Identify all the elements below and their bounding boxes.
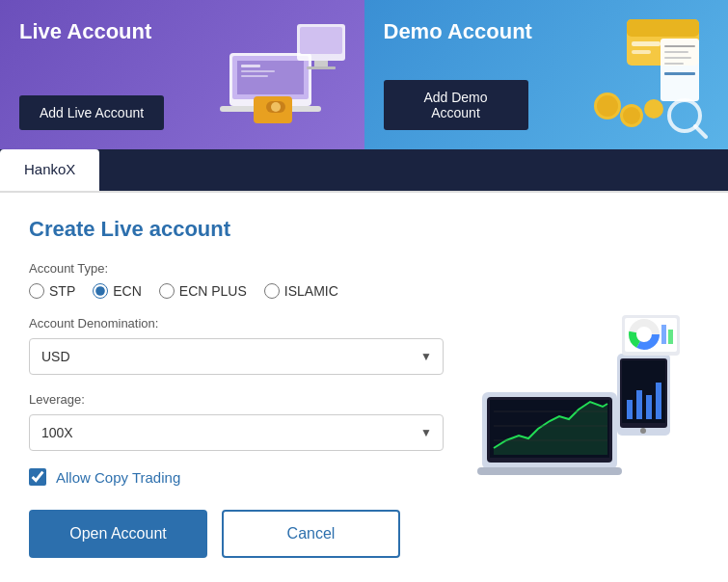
allow-copy-trading-checkbox[interactable]	[29, 468, 46, 486]
svg-rect-53	[668, 330, 673, 344]
radio-stp[interactable]: STP	[29, 283, 75, 299]
svg-point-27	[623, 107, 640, 124]
svg-point-25	[597, 95, 618, 117]
demo-account-banner: Demo Account Add Demo Account	[364, 0, 729, 149]
svg-rect-13	[307, 66, 336, 69]
svg-point-9	[271, 102, 281, 112]
create-account-form: Create Live account Account Type: STP EC…	[29, 217, 444, 558]
leverage-select[interactable]: 100X 200X 500X	[29, 414, 444, 451]
svg-rect-18	[661, 39, 699, 101]
svg-rect-22	[664, 63, 684, 65]
svg-rect-4	[241, 65, 260, 67]
radio-ecn-input[interactable]	[93, 283, 108, 299]
svg-point-28	[644, 99, 663, 119]
open-account-button[interactable]: Open Account	[29, 510, 207, 558]
svg-rect-52	[661, 325, 666, 344]
leverage-label: Leverage:	[29, 392, 444, 407]
demo-banner-title: Demo Account	[384, 19, 710, 44]
form-title: Create Live account	[29, 217, 444, 242]
radio-islamic[interactable]: ISLAMIC	[264, 283, 338, 299]
cancel-button[interactable]: Cancel	[222, 510, 400, 558]
form-buttons: Open Account Cancel	[29, 510, 444, 558]
svg-line-30	[695, 126, 706, 137]
svg-rect-19	[664, 45, 695, 47]
svg-rect-12	[314, 61, 328, 66]
account-type-radio-group: STP ECN ECN PLUS ISLAMIC	[29, 283, 444, 299]
denomination-label: Account Denomination:	[29, 316, 444, 331]
svg-rect-45	[656, 383, 661, 419]
leverage-select-wrapper: 100X 200X 500X ▼	[29, 414, 444, 451]
live-banner-title: Live Account	[19, 19, 345, 44]
svg-rect-23	[664, 72, 695, 75]
denomination-select-wrapper: USD EUR GBP ▼	[29, 338, 444, 375]
radio-islamic-input[interactable]	[264, 283, 280, 299]
svg-rect-38	[477, 467, 622, 475]
radio-ecn[interactable]: ECN	[93, 283, 142, 299]
live-account-banner: Live Account Add Live Account	[0, 0, 364, 149]
allow-copy-trading-label: Allow Copy Trading	[56, 469, 180, 486]
svg-rect-43	[636, 390, 642, 419]
banners-section: Live Account Add Live Account	[0, 0, 728, 149]
copy-trading-row: Allow Copy Trading	[29, 468, 444, 486]
svg-rect-5	[241, 70, 275, 72]
svg-point-46	[640, 428, 646, 434]
right-illustration	[463, 217, 694, 558]
tab-hankox[interactable]: HankoX	[0, 149, 99, 191]
radio-ecn-plus-input[interactable]	[159, 283, 175, 299]
main-content: Create Live account Account Type: STP EC…	[0, 193, 728, 582]
account-type-label: Account Type:	[29, 261, 444, 276]
denomination-select[interactable]: USD EUR GBP	[29, 338, 444, 375]
tabs-bar: HankoX	[0, 149, 728, 193]
svg-rect-20	[664, 51, 688, 53]
add-demo-account-button[interactable]: Add Demo Account	[384, 80, 528, 130]
radio-ecn-plus[interactable]: ECN PLUS	[159, 283, 247, 299]
radio-stp-input[interactable]	[29, 283, 44, 299]
svg-rect-6	[241, 75, 268, 77]
svg-rect-17	[632, 50, 651, 54]
svg-rect-21	[664, 57, 691, 59]
svg-rect-42	[627, 400, 633, 419]
svg-rect-44	[646, 395, 652, 419]
add-live-account-button[interactable]: Add Live Account	[19, 95, 164, 130]
